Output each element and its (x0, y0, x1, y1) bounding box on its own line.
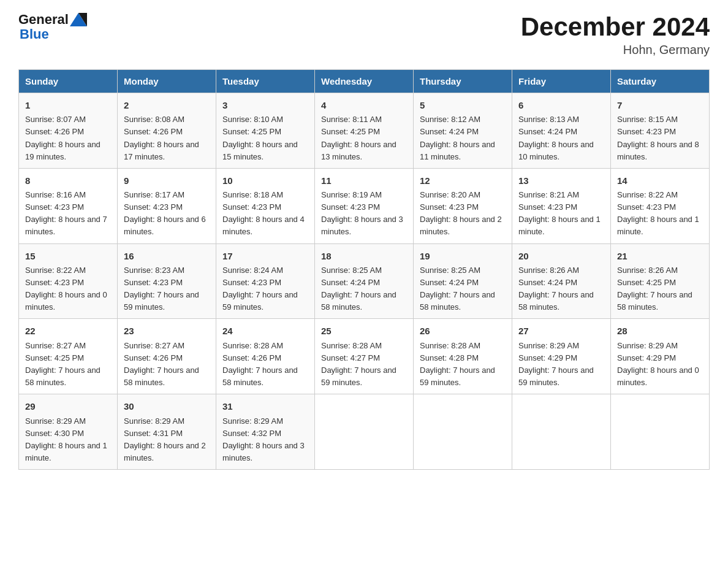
day-number: 22 (25, 324, 111, 338)
day-number: 12 (420, 174, 506, 188)
weekday-header-sunday: Sunday (19, 70, 118, 93)
month-title: December 2024 (521, 12, 710, 42)
daylight-text: Daylight: 8 hours and 2 minutes. (124, 441, 206, 462)
calendar-cell: 14Sunrise: 8:22 AMSunset: 4:23 PMDayligh… (611, 168, 710, 243)
sunrise-text: Sunrise: 8:19 AM (321, 190, 382, 199)
calendar-cell: 17Sunrise: 8:24 AMSunset: 4:23 PMDayligh… (216, 243, 315, 319)
sunrise-text: Sunrise: 8:27 AM (124, 341, 184, 350)
sunrise-text: Sunrise: 8:27 AM (25, 341, 86, 350)
daylight-text: Daylight: 7 hours and 58 minutes. (25, 366, 100, 387)
daylight-text: Daylight: 8 hours and 1 minute. (617, 215, 699, 236)
calendar-cell: 19Sunrise: 8:25 AMSunset: 4:24 PMDayligh… (414, 243, 512, 319)
calendar-cell (315, 394, 414, 470)
sunset-text: Sunset: 4:24 PM (518, 127, 577, 136)
sunrise-text: Sunrise: 8:16 AM (25, 190, 86, 199)
sunrise-text: Sunrise: 8:08 AM (124, 115, 184, 124)
day-number: 26 (420, 324, 506, 338)
sunrise-text: Sunrise: 8:28 AM (321, 341, 382, 350)
calendar-cell: 26Sunrise: 8:28 AMSunset: 4:28 PMDayligh… (414, 319, 512, 394)
calendar-cell: 21Sunrise: 8:26 AMSunset: 4:25 PMDayligh… (611, 243, 710, 319)
calendar-cell: 20Sunrise: 8:26 AMSunset: 4:24 PMDayligh… (512, 243, 611, 319)
daylight-text: Daylight: 8 hours and 11 minutes. (420, 140, 495, 161)
daylight-text: Daylight: 8 hours and 15 minutes. (222, 140, 298, 161)
sunset-text: Sunset: 4:24 PM (420, 127, 479, 136)
logo-general-text: General (18, 12, 69, 27)
day-number: 28 (617, 324, 703, 338)
calendar-cell: 7Sunrise: 8:15 AMSunset: 4:23 PMDaylight… (611, 93, 710, 169)
sunset-text: Sunset: 4:26 PM (222, 353, 281, 362)
calendar-cell: 9Sunrise: 8:17 AMSunset: 4:23 PMDaylight… (118, 168, 216, 243)
logo: General Blue (18, 12, 87, 42)
weekday-header-wednesday: Wednesday (315, 70, 414, 93)
day-number: 30 (124, 399, 210, 413)
weekday-header-tuesday: Tuesday (216, 70, 315, 93)
day-number: 4 (321, 98, 407, 112)
daylight-text: Daylight: 8 hours and 3 minutes. (321, 215, 403, 236)
calendar-cell: 30Sunrise: 8:29 AMSunset: 4:31 PMDayligh… (118, 394, 216, 470)
sunset-text: Sunset: 4:30 PM (25, 429, 84, 438)
daylight-text: Daylight: 7 hours and 59 minutes. (124, 290, 199, 312)
sunset-text: Sunset: 4:32 PM (222, 429, 281, 438)
calendar-week-row: 1Sunrise: 8:07 AMSunset: 4:26 PMDaylight… (19, 93, 710, 169)
day-number: 21 (617, 249, 703, 263)
calendar-cell: 31Sunrise: 8:29 AMSunset: 4:32 PMDayligh… (216, 394, 315, 470)
sunrise-text: Sunrise: 8:17 AM (124, 190, 184, 199)
sunset-text: Sunset: 4:24 PM (321, 278, 380, 287)
calendar-week-row: 22Sunrise: 8:27 AMSunset: 4:25 PMDayligh… (19, 319, 710, 394)
sunrise-text: Sunrise: 8:23 AM (124, 266, 184, 275)
calendar-cell: 4Sunrise: 8:11 AMSunset: 4:25 PMDaylight… (315, 93, 414, 169)
daylight-text: Daylight: 7 hours and 58 minutes. (518, 290, 594, 312)
sunset-text: Sunset: 4:23 PM (25, 202, 84, 212)
daylight-text: Daylight: 7 hours and 58 minutes. (124, 366, 199, 387)
daylight-text: Daylight: 7 hours and 58 minutes. (617, 290, 692, 312)
calendar-cell (611, 394, 710, 470)
sunset-text: Sunset: 4:23 PM (617, 202, 676, 212)
location-label: Hohn, Germany (521, 43, 710, 57)
daylight-text: Daylight: 7 hours and 59 minutes. (518, 366, 594, 387)
sunset-text: Sunset: 4:29 PM (518, 353, 577, 362)
daylight-text: Daylight: 8 hours and 1 minute. (518, 215, 601, 236)
sunrise-text: Sunrise: 8:29 AM (25, 416, 86, 426)
day-number: 16 (124, 249, 210, 263)
calendar-table: SundayMondayTuesdayWednesdayThursdayFrid… (18, 69, 710, 470)
calendar-cell: 24Sunrise: 8:28 AMSunset: 4:26 PMDayligh… (216, 319, 315, 394)
calendar-week-row: 29Sunrise: 8:29 AMSunset: 4:30 PMDayligh… (19, 394, 710, 470)
calendar-cell: 11Sunrise: 8:19 AMSunset: 4:23 PMDayligh… (315, 168, 414, 243)
day-number: 31 (222, 399, 308, 413)
daylight-text: Daylight: 8 hours and 4 minutes. (222, 215, 305, 236)
sunrise-text: Sunrise: 8:26 AM (518, 266, 579, 275)
calendar-cell: 8Sunrise: 8:16 AMSunset: 4:23 PMDaylight… (19, 168, 118, 243)
sunrise-text: Sunrise: 8:29 AM (617, 341, 678, 350)
sunset-text: Sunset: 4:23 PM (222, 278, 281, 287)
sunset-text: Sunset: 4:23 PM (25, 278, 84, 287)
calendar-cell: 23Sunrise: 8:27 AMSunset: 4:26 PMDayligh… (118, 319, 216, 394)
daylight-text: Daylight: 8 hours and 3 minutes. (222, 441, 305, 462)
sunrise-text: Sunrise: 8:29 AM (222, 416, 283, 426)
day-number: 23 (124, 324, 210, 338)
day-number: 5 (420, 98, 506, 112)
calendar-cell: 13Sunrise: 8:21 AMSunset: 4:23 PMDayligh… (512, 168, 611, 243)
daylight-text: Daylight: 7 hours and 59 minutes. (222, 290, 298, 312)
daylight-text: Daylight: 7 hours and 59 minutes. (420, 366, 495, 387)
sunrise-text: Sunrise: 8:29 AM (518, 341, 579, 350)
sunset-text: Sunset: 4:24 PM (420, 278, 479, 287)
day-number: 20 (518, 249, 604, 263)
day-number: 3 (222, 98, 308, 112)
daylight-text: Daylight: 8 hours and 0 minutes. (25, 290, 107, 312)
daylight-text: Daylight: 8 hours and 17 minutes. (124, 140, 199, 161)
logo-triangle-icon (70, 13, 87, 26)
sunrise-text: Sunrise: 8:21 AM (518, 190, 579, 199)
daylight-text: Daylight: 8 hours and 10 minutes. (518, 140, 594, 161)
calendar-cell: 28Sunrise: 8:29 AMSunset: 4:29 PMDayligh… (611, 319, 710, 394)
sunrise-text: Sunrise: 8:07 AM (25, 115, 86, 124)
sunset-text: Sunset: 4:25 PM (222, 127, 281, 136)
calendar-cell: 1Sunrise: 8:07 AMSunset: 4:26 PMDaylight… (19, 93, 118, 169)
day-number: 17 (222, 249, 308, 263)
calendar-cell: 5Sunrise: 8:12 AMSunset: 4:24 PMDaylight… (414, 93, 512, 169)
daylight-text: Daylight: 8 hours and 7 minutes. (25, 215, 107, 236)
calendar-cell: 18Sunrise: 8:25 AMSunset: 4:24 PMDayligh… (315, 243, 414, 319)
sunset-text: Sunset: 4:27 PM (321, 353, 380, 362)
daylight-text: Daylight: 8 hours and 2 minutes. (420, 215, 502, 236)
sunset-text: Sunset: 4:23 PM (124, 278, 183, 287)
calendar-cell: 29Sunrise: 8:29 AMSunset: 4:30 PMDayligh… (19, 394, 118, 470)
